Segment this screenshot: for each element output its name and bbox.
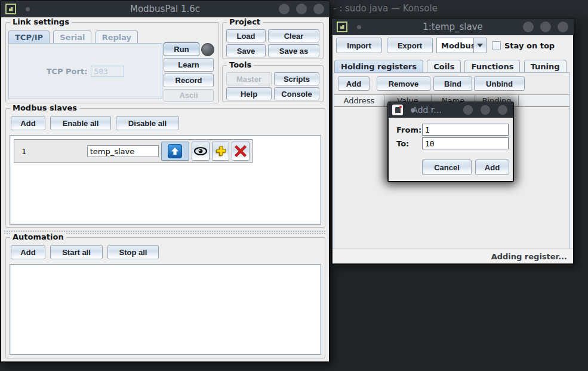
master-button: Master bbox=[226, 72, 272, 85]
link-settings-panel: Link settings TCP/IP Serial Replay TCP P… bbox=[5, 22, 219, 103]
eye-icon bbox=[193, 146, 208, 156]
modbuspal-titlebar[interactable]: ModbusPal 1.6c bbox=[1, 1, 330, 17]
add-register-dialog: Add r... From: To: Cancel Add bbox=[387, 102, 514, 182]
clear-button[interactable]: Clear bbox=[268, 29, 319, 42]
dialog-add-button[interactable]: Add bbox=[475, 160, 509, 175]
load-button[interactable]: Load bbox=[226, 29, 266, 42]
close-button[interactable] bbox=[498, 105, 507, 115]
tab-holding-registers[interactable]: Holding registers bbox=[334, 60, 423, 72]
enable-all-button[interactable]: Enable all bbox=[50, 116, 111, 130]
column-header-spare bbox=[519, 95, 569, 106]
tcp-port-input[interactable] bbox=[91, 66, 124, 77]
export-button[interactable]: Export bbox=[387, 38, 433, 53]
register-tabs: Holding registers Coils Functions Tuning bbox=[334, 60, 568, 72]
maximize-button[interactable] bbox=[481, 105, 490, 115]
modbus-slaves-title: Modbus slaves bbox=[10, 103, 79, 112]
konsole-title: - : sudo java — Konsole bbox=[333, 3, 438, 14]
column-header-address[interactable]: Address bbox=[334, 95, 384, 106]
modbus-slaves-panel: Modbus slaves Add Enable all Disable all… bbox=[5, 108, 325, 228]
register-bind-button[interactable]: Bind bbox=[433, 76, 472, 91]
ascii-button: Ascii bbox=[164, 89, 214, 102]
window-title: ModbusPal 1.6c bbox=[1, 4, 330, 14]
stay-on-top-label: Stay on top bbox=[504, 41, 555, 50]
slave-id: 1 bbox=[17, 147, 85, 156]
delete-slave-button[interactable] bbox=[232, 142, 250, 161]
tools-title: Tools bbox=[227, 60, 254, 69]
dialog-controls bbox=[463, 105, 507, 115]
import-button[interactable]: Import bbox=[336, 38, 382, 53]
modbuspal-body: Link settings TCP/IP Serial Replay TCP P… bbox=[1, 17, 329, 361]
to-label: To: bbox=[396, 139, 409, 148]
desktop: - : sudo java — Konsole ModbusPal 1.6c L… bbox=[0, 0, 588, 371]
slave-name-input[interactable] bbox=[87, 145, 159, 157]
dialog-title: Add r... bbox=[388, 105, 466, 115]
slave-row[interactable]: 1 bbox=[14, 139, 253, 163]
tcp-port-label: TCP Port: bbox=[47, 67, 88, 76]
project-title: Project bbox=[227, 17, 263, 26]
automation-panel: Automation Add Start all Stop all bbox=[5, 237, 325, 358]
tools-panel: Tools Master Scripts Help Console bbox=[222, 65, 324, 102]
tab-replay[interactable]: Replay bbox=[96, 30, 138, 43]
start-all-button[interactable]: Start all bbox=[50, 245, 103, 259]
from-label: From: bbox=[396, 125, 421, 134]
register-remove-button[interactable]: Remove bbox=[377, 76, 430, 91]
from-input[interactable] bbox=[422, 124, 509, 136]
cancel-button[interactable]: Cancel bbox=[422, 160, 472, 175]
link-status-led-icon bbox=[201, 43, 214, 56]
automation-list bbox=[10, 264, 321, 355]
up-arrow-icon bbox=[168, 144, 182, 158]
dialog-body: From: To: Cancel Add bbox=[389, 118, 513, 181]
disable-all-button[interactable]: Disable all bbox=[116, 116, 179, 130]
automation-add-button[interactable]: Add bbox=[11, 245, 45, 259]
slave-add-button[interactable]: Add bbox=[11, 116, 45, 130]
slave-titlebar[interactable]: 1:temp_slave bbox=[332, 19, 574, 35]
to-input[interactable] bbox=[422, 137, 509, 149]
tab-functions[interactable]: Functions bbox=[464, 60, 520, 72]
protocol-combobox[interactable]: Modbus bbox=[436, 38, 487, 53]
link-settings-title: Link settings bbox=[10, 17, 72, 26]
console-button[interactable]: Console bbox=[274, 87, 319, 100]
register-unbind-button[interactable]: Unbind bbox=[474, 76, 525, 91]
save-as-button[interactable]: Save as bbox=[268, 44, 319, 57]
combo-dropdown-button[interactable] bbox=[473, 38, 487, 53]
stay-on-top-checkbox[interactable] bbox=[492, 41, 501, 50]
delete-x-icon bbox=[235, 145, 247, 157]
slave-enabled-toggle[interactable] bbox=[161, 142, 189, 161]
dialog-titlebar[interactable]: Add r... bbox=[388, 102, 513, 118]
duplicate-slave-button[interactable] bbox=[212, 142, 230, 161]
show-slave-button[interactable] bbox=[192, 142, 210, 161]
status-text: Adding register... bbox=[491, 252, 567, 261]
modbuspal-window: ModbusPal 1.6c Link settings TCP/IP Seri… bbox=[0, 0, 330, 363]
save-button[interactable]: Save bbox=[226, 44, 266, 57]
tab-tcpip[interactable]: TCP/IP bbox=[8, 30, 50, 43]
plus-icon bbox=[215, 145, 227, 157]
register-add-button[interactable]: Add bbox=[338, 76, 370, 91]
learn-button[interactable]: Learn bbox=[164, 58, 214, 72]
stop-all-button[interactable]: Stop all bbox=[107, 245, 159, 259]
automation-title: Automation bbox=[10, 232, 66, 241]
help-button[interactable]: Help bbox=[226, 87, 272, 100]
chevron-down-icon bbox=[477, 44, 483, 47]
window-title: 1:temp_slave bbox=[332, 22, 574, 32]
run-button[interactable]: Run bbox=[164, 42, 199, 56]
scripts-button[interactable]: Scripts bbox=[274, 72, 319, 85]
tab-coils[interactable]: Coils bbox=[427, 60, 461, 72]
tab-serial[interactable]: Serial bbox=[53, 30, 91, 43]
status-bar: Adding register... bbox=[333, 249, 573, 263]
tab-tuning[interactable]: Tuning bbox=[524, 60, 567, 72]
tcpip-tab-content: TCP Port: bbox=[8, 43, 162, 99]
record-button[interactable]: Record bbox=[164, 73, 214, 87]
link-tabs: TCP/IP Serial Replay bbox=[8, 30, 139, 43]
project-panel: Project Load Clear Save Save as bbox=[222, 22, 324, 59]
slaves-list: 1 bbox=[10, 135, 321, 225]
protocol-value: Modbus bbox=[436, 38, 473, 53]
